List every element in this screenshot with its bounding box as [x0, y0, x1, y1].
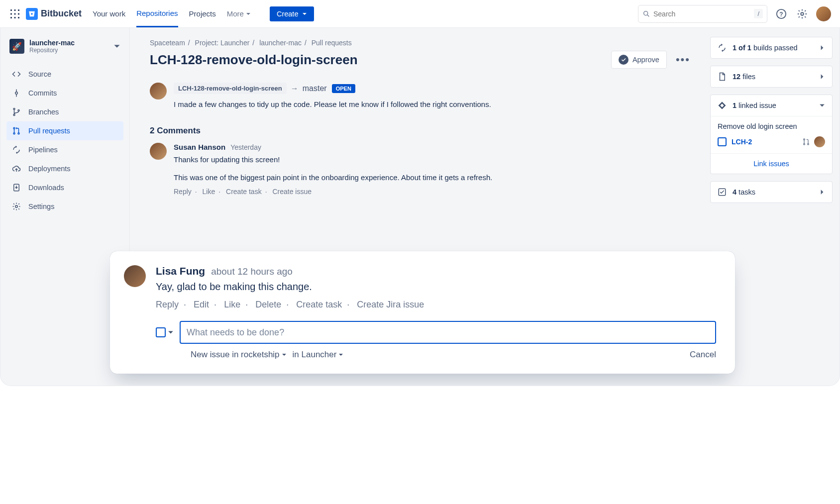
sidebar-item-pull-requests[interactable]: Pull requests	[6, 121, 123, 140]
issue-type-icon	[718, 137, 727, 146]
linked-issue-title[interactable]: Remove old login screen	[718, 122, 825, 130]
svg-point-22	[18, 133, 19, 134]
pr-status-badge: OPEN	[332, 84, 355, 93]
sidebar-item-settings[interactable]: Settings	[6, 197, 123, 216]
approve-button[interactable]: Approve	[611, 51, 667, 69]
comment-create-issue[interactable]: Create issue	[272, 188, 312, 196]
settings-icon[interactable]	[795, 7, 809, 21]
checkbox-icon	[718, 188, 727, 197]
svg-point-27	[808, 143, 809, 145]
pull-request-icon	[802, 138, 810, 146]
app-switcher-icon[interactable]	[9, 8, 21, 20]
svg-rect-1	[14, 9, 16, 11]
builds-card[interactable]: 1 of 1 builds passed	[710, 37, 833, 59]
check-circle-icon	[619, 55, 629, 65]
nav-more[interactable]: More	[227, 1, 251, 26]
svg-point-9	[644, 11, 648, 15]
comment-author[interactable]: Lisa Fung	[156, 265, 205, 277]
comment-author-avatar[interactable]	[150, 143, 167, 160]
more-actions-icon[interactable]: •••	[676, 53, 690, 66]
svg-point-19	[18, 110, 19, 111]
pr-title: LCH-128-remove-old-login-screen	[150, 52, 358, 68]
profile-avatar[interactable]	[816, 6, 831, 21]
comment-create-task[interactable]: Create task	[226, 188, 262, 196]
product-name[interactable]: Bitbucket	[41, 8, 82, 19]
search-input[interactable]	[653, 10, 754, 18]
sidebar-item-branches[interactable]: Branches	[6, 102, 123, 121]
comment-create-jira-issue[interactable]: Create Jira issue	[357, 300, 424, 309]
comment-edit[interactable]: Edit	[194, 300, 209, 309]
svg-rect-5	[18, 13, 19, 14]
tasks-card[interactable]: 4 tasks	[710, 181, 833, 203]
linked-issue-header[interactable]: 1 linked issue	[711, 95, 832, 116]
search-box[interactable]: /	[638, 5, 767, 23]
sidebar-item-deployments[interactable]: Deployments	[6, 159, 123, 178]
gear-icon	[11, 202, 21, 211]
nav-links: Your work Repositories Projects More Cre…	[93, 0, 314, 27]
comments-heading: 2 Comments	[150, 126, 690, 136]
svg-rect-8	[18, 17, 19, 18]
repo-kind: Repository	[29, 47, 75, 54]
commit-icon	[11, 88, 21, 98]
issue-project-selector[interactable]: New issue in rocketship	[191, 350, 287, 360]
repo-selector[interactable]: 🚀 launcher-mac Repository	[6, 37, 123, 56]
repo-name: launcher-mac	[29, 39, 75, 47]
comment-actions: Reply· Edit· Like· Delete· Create task· …	[156, 300, 716, 310]
assignee-avatar[interactable]	[814, 136, 825, 147]
crumb[interactable]: Spaceteam	[150, 39, 185, 47]
svg-rect-2	[18, 9, 19, 11]
comment-time: about 12 hours ago	[211, 266, 293, 277]
svg-rect-3	[10, 13, 12, 14]
link-issues-button[interactable]: Link issues	[711, 153, 832, 174]
cancel-button[interactable]: Cancel	[690, 350, 716, 360]
comment-author[interactable]: Susan Hanson	[174, 143, 225, 151]
arrow-right-icon: →	[291, 84, 299, 93]
nav-your-work[interactable]: Your work	[93, 1, 125, 26]
target-branch[interactable]: master	[303, 84, 327, 93]
chevron-down-icon	[168, 329, 174, 335]
nav-repositories[interactable]: Repositories	[136, 0, 178, 27]
comment-reply[interactable]: Reply	[156, 300, 179, 309]
comment-create-task[interactable]: Create task	[296, 300, 342, 309]
comment-author-avatar[interactable]	[124, 265, 146, 287]
crumb[interactable]: Pull requests	[312, 39, 352, 47]
issue-summary-input[interactable]	[180, 321, 716, 344]
source-branch-chip[interactable]: LCH-128-remove-old-login-screen	[174, 83, 287, 94]
svg-rect-6	[10, 17, 12, 18]
sidebar-item-commits[interactable]: Commits	[6, 84, 123, 102]
svg-point-17	[13, 108, 15, 110]
help-icon[interactable]: ?	[774, 7, 788, 21]
crumb[interactable]: Project: Launcher	[195, 39, 250, 47]
comment-like[interactable]: Like	[224, 300, 240, 309]
nav-projects[interactable]: Projects	[189, 1, 216, 26]
crumb[interactable]: launcher-mac	[259, 39, 302, 47]
files-card[interactable]: 12 files	[710, 66, 833, 88]
svg-point-13	[801, 12, 804, 15]
repo-icon: 🚀	[9, 39, 24, 54]
issue-type-selector[interactable]	[156, 327, 174, 337]
svg-line-10	[647, 15, 649, 16]
chevron-down-icon	[302, 11, 307, 16]
issue-container-selector[interactable]: in Launcher	[293, 350, 344, 360]
chevron-right-icon	[819, 74, 825, 80]
comment-reply[interactable]: Reply	[174, 188, 192, 196]
svg-point-14	[15, 92, 18, 95]
sidebar-item-pipelines[interactable]: Pipelines	[6, 140, 123, 159]
svg-rect-4	[14, 13, 16, 14]
download-icon	[11, 183, 21, 193]
svg-point-24	[15, 205, 18, 208]
sidebar-item-source[interactable]: Source	[6, 65, 123, 84]
svg-point-18	[13, 114, 15, 116]
branch-icon	[11, 107, 21, 117]
sidebar-item-downloads[interactable]: Downloads	[6, 178, 123, 197]
chevron-down-icon	[113, 43, 120, 50]
chevron-right-icon	[819, 189, 825, 195]
comment-delete[interactable]: Delete	[255, 300, 281, 309]
comment-like[interactable]: Like	[203, 188, 215, 196]
builds-icon	[718, 43, 727, 52]
create-button[interactable]: Create	[270, 6, 315, 21]
pr-author-avatar[interactable]	[150, 83, 167, 100]
issue-key[interactable]: LCH-2	[732, 138, 752, 146]
bitbucket-logo-icon	[26, 8, 38, 20]
issue-type-icon	[156, 327, 166, 337]
